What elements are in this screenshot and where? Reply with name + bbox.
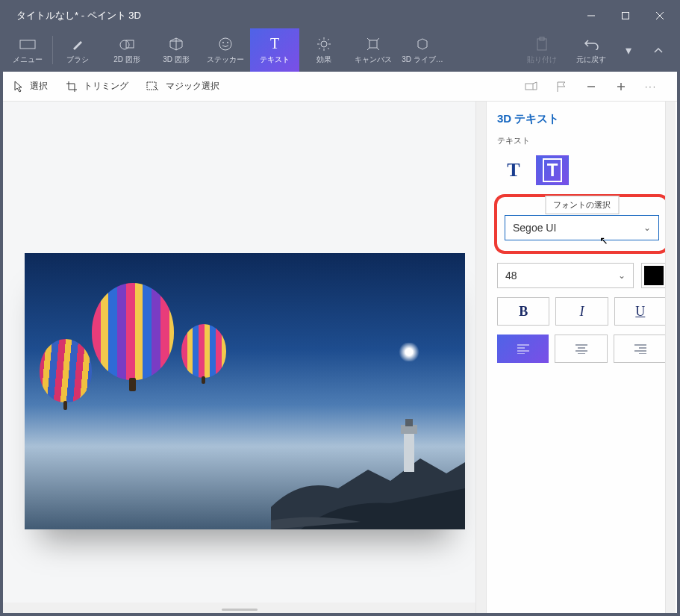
- ribbon-2d-shapes[interactable]: 2D 図形: [102, 28, 152, 72]
- panel-scrollbar-vertical[interactable]: [665, 102, 676, 613]
- ribbon-label: テキスト: [260, 55, 290, 65]
- paste-icon: [535, 36, 549, 52]
- ribbon-undo[interactable]: 元に戻す: [567, 28, 616, 72]
- select-tool[interactable]: 選択: [13, 80, 48, 93]
- svg-rect-27: [525, 84, 533, 90]
- font-dropdown[interactable]: Segoe UI ⌄: [505, 215, 659, 240]
- underline-button[interactable]: U: [614, 297, 667, 326]
- text-align-row: [497, 335, 667, 363]
- shape3d-icon: [169, 36, 184, 52]
- font-tooltip: フォントの選択: [545, 196, 619, 214]
- align-center-button[interactable]: [555, 335, 608, 363]
- scrollbar-thumb[interactable]: [222, 609, 258, 611]
- ribbon-effects[interactable]: 効果: [299, 28, 349, 72]
- ribbon-label: 3D 図形: [163, 55, 190, 65]
- svg-line-20: [367, 38, 369, 40]
- select-label: 選択: [30, 80, 48, 93]
- magic-select-icon: [146, 81, 160, 92]
- svg-rect-26: [147, 82, 156, 90]
- balloon-graphic: [92, 283, 174, 380]
- ribbon-end-controls: ▾: [616, 28, 677, 72]
- svg-rect-1: [623, 13, 629, 19]
- crop-label: トリミング: [84, 80, 128, 93]
- zoom-out-button[interactable]: [584, 80, 598, 93]
- canvas-icon: [366, 36, 381, 52]
- font-value: Segoe UI: [513, 222, 556, 234]
- ribbon-label: 効果: [316, 55, 331, 65]
- size-value: 48: [505, 270, 517, 281]
- balloon-graphic: [181, 324, 226, 378]
- app-window: タイトルなし* - ペイント 3D メニュー ブラシ 2D 図形: [0, 0, 680, 616]
- svg-line-15: [319, 39, 320, 40]
- close-button[interactable]: [643, 3, 677, 28]
- zoom-in-button[interactable]: [614, 80, 628, 93]
- ribbon-menu[interactable]: メニュー: [3, 28, 52, 72]
- ribbon: メニュー ブラシ 2D 図形 3D 図形 ステッカー T テキスト 効果: [3, 28, 677, 72]
- effects-icon: [316, 36, 331, 52]
- ribbon-label: ブラシ: [66, 55, 89, 65]
- ribbon-3d-library[interactable]: 3D ライブ…: [398, 28, 447, 72]
- history-dropdown[interactable]: ▾: [616, 37, 641, 63]
- magic-label: マジック選択: [166, 80, 219, 93]
- ribbon-paste: 貼り付け: [517, 28, 567, 72]
- ribbon-stickers[interactable]: ステッカー: [201, 28, 250, 72]
- bold-button[interactable]: B: [497, 297, 549, 326]
- text-2d-mode-button[interactable]: T: [497, 155, 530, 185]
- canvas-area[interactable]: [3, 102, 486, 613]
- svg-line-22: [367, 48, 369, 50]
- font-select-highlight: フォントの選択 Segoe UI ⌄ ↖: [494, 194, 670, 254]
- svg-point-10: [321, 41, 327, 47]
- shape2d-icon: [119, 36, 135, 52]
- maximize-button[interactable]: [608, 3, 643, 28]
- collapse-ribbon-button[interactable]: [646, 37, 671, 63]
- italic-button[interactable]: I: [555, 297, 608, 326]
- svg-point-9: [227, 42, 228, 43]
- align-left-button[interactable]: [497, 335, 549, 363]
- text-3d-mode-button[interactable]: T: [536, 155, 569, 185]
- panel-title: 3D テキスト: [497, 112, 667, 126]
- ribbon-brush[interactable]: ブラシ: [53, 28, 102, 72]
- menu-icon: [19, 36, 36, 52]
- more-button[interactable]: ···: [644, 80, 658, 93]
- crop-tool[interactable]: トリミング: [66, 80, 128, 93]
- font-size-dropdown[interactable]: 48 ⌄: [497, 263, 634, 288]
- canvas-scrollbar-vertical[interactable]: [475, 102, 486, 613]
- color-preview: [644, 266, 664, 285]
- ribbon-canvas[interactable]: キャンバス: [349, 28, 398, 72]
- text-color-swatch[interactable]: [641, 263, 667, 288]
- align-right-button[interactable]: [614, 335, 667, 363]
- svg-rect-31: [404, 431, 414, 472]
- light-glow: [398, 343, 420, 361]
- panel-text-label: テキスト: [497, 135, 667, 146]
- balloon-graphic: [40, 339, 92, 402]
- ribbon-label: 元に戻す: [576, 55, 606, 65]
- flag-button[interactable]: [555, 80, 568, 93]
- ribbon-label: 3D ライブ…: [402, 55, 443, 65]
- body: 3D テキスト テキスト T T フォントの選択 Segoe UI ⌄ ↖ 48…: [3, 102, 677, 613]
- canvas-scrollbar-horizontal[interactable]: [3, 603, 475, 613]
- svg-line-23: [377, 48, 379, 50]
- cursor-icon: [13, 81, 24, 93]
- view-3d-button[interactable]: [525, 80, 538, 93]
- side-panel: 3D テキスト テキスト T T フォントの選択 Segoe UI ⌄ ↖ 48…: [486, 102, 677, 613]
- svg-rect-33: [405, 419, 413, 426]
- ribbon-3d-shapes[interactable]: 3D 図形: [152, 28, 201, 72]
- minimize-button[interactable]: [574, 3, 608, 28]
- sticker-icon: [218, 36, 233, 52]
- svg-point-8: [222, 42, 224, 43]
- text-mode-row: T T: [497, 155, 667, 185]
- svg-point-7: [219, 38, 231, 50]
- chevron-down-icon: ⌄: [618, 270, 626, 281]
- ribbon-text[interactable]: T テキスト: [250, 28, 299, 72]
- selection-toolbar: 選択 トリミング マジック選択 ···: [3, 72, 677, 102]
- svg-line-17: [328, 39, 329, 40]
- brush-icon: [70, 36, 85, 52]
- lighthouse-graphic: [271, 417, 465, 529]
- window-title: タイトルなし* - ペイント 3D: [3, 9, 574, 22]
- font-size-row: 48 ⌄: [497, 263, 667, 288]
- svg-line-18: [319, 48, 320, 49]
- cursor-pointer-icon: ↖: [599, 234, 608, 246]
- canvas-image[interactable]: [25, 253, 465, 529]
- magic-select-tool[interactable]: マジック選択: [146, 80, 219, 93]
- ribbon-label: ステッカー: [207, 55, 244, 65]
